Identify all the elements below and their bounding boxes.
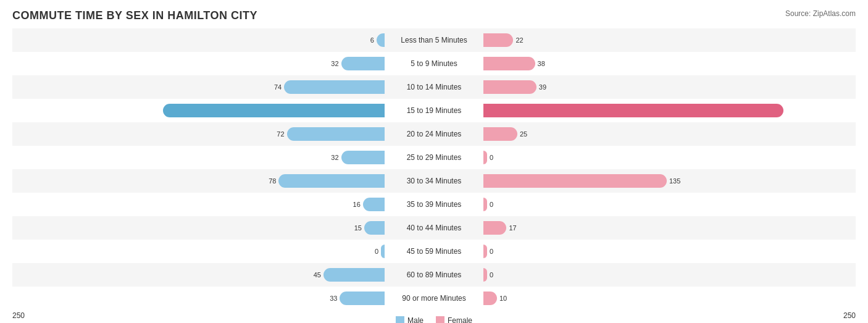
legend-female-label: Female (448, 316, 472, 323)
male-bar-wrap: 16 (12, 198, 385, 211)
male-value: 163 (145, 107, 161, 114)
center-label: 40 to 44 Minutes (385, 224, 483, 232)
male-value: 74 (266, 83, 282, 91)
female-value: 22 (515, 36, 531, 44)
left-half: 16 (12, 198, 385, 211)
left-half: 15 (12, 221, 385, 235)
female-value: 0 (490, 271, 505, 279)
right-half: 10 (483, 292, 856, 305)
male-value: 33 (322, 295, 337, 302)
male-bar-wrap: 32 (12, 151, 385, 164)
table-row: 16 35 to 39 Minutes 0 (12, 193, 856, 216)
right-half: 22 (483, 33, 856, 47)
legend-male-box (396, 316, 404, 323)
female-value: 0 (490, 201, 505, 208)
table-row: 45 60 to 89 Minutes 0 (12, 263, 856, 287)
male-bar (287, 127, 385, 141)
female-value: 39 (539, 83, 554, 91)
female-bar (483, 245, 487, 258)
female-bar (483, 221, 506, 235)
center-label: 20 to 24 Minutes (385, 130, 483, 138)
male-bar-wrap: 45 (12, 268, 385, 282)
table-row: 78 30 to 34 Minutes 135 (12, 169, 856, 193)
male-bar (341, 57, 385, 70)
left-half: 32 (12, 151, 385, 164)
male-bar (363, 198, 385, 211)
female-value: 135 (669, 177, 685, 185)
female-bar-wrap: 25 (483, 127, 856, 141)
right-half: 135 (483, 174, 856, 188)
male-bar-wrap: 72 (12, 127, 385, 141)
right-half: 17 (483, 221, 856, 235)
center-label: 5 to 9 Minutes (385, 59, 483, 68)
female-bar (483, 57, 535, 70)
left-half: 33 (12, 292, 385, 305)
right-half: 25 (483, 127, 856, 141)
female-bar-wrap: 38 (483, 57, 856, 70)
male-value: 32 (323, 60, 339, 67)
male-bar (278, 174, 385, 188)
axis-right: 250 (843, 311, 856, 323)
legend: Male Female (396, 316, 472, 323)
male-value: 0 (363, 248, 378, 255)
source-label: Source: ZipAtlas.com (785, 9, 856, 18)
left-half: 163 (12, 104, 385, 117)
male-bar-wrap: 78 (12, 174, 385, 188)
legend-female-box (436, 316, 444, 323)
female-bar-wrap: 135 (483, 174, 856, 188)
female-bar (483, 104, 783, 117)
male-bar (340, 292, 385, 305)
center-label: 15 to 19 Minutes (385, 106, 483, 115)
chart-container: COMMUTE TIME BY SEX IN HAMILTON CITY Sou… (0, 0, 868, 323)
male-bar-wrap: 15 (12, 221, 385, 235)
chart-title: COMMUTE TIME BY SEX IN HAMILTON CITY (12, 9, 856, 22)
center-label: 35 to 39 Minutes (385, 200, 483, 209)
right-half: 0 (483, 268, 856, 282)
male-bar (284, 80, 385, 94)
center-label: 30 to 34 Minutes (385, 177, 483, 185)
center-label: 10 to 14 Minutes (385, 83, 483, 91)
male-value: 15 (346, 224, 362, 232)
axis-left: 250 (12, 311, 25, 323)
male-value: 16 (345, 201, 361, 208)
female-value: 17 (509, 224, 524, 232)
table-row: 163 15 to 19 Minutes 221 (12, 99, 856, 122)
right-half: 0 (483, 151, 856, 164)
male-bar (381, 245, 385, 258)
right-half: 39 (483, 80, 856, 94)
female-bar-wrap: 10 (483, 292, 856, 305)
male-value: 6 (359, 36, 374, 44)
right-half: 38 (483, 57, 856, 70)
table-row: 33 90 or more Minutes 10 (12, 287, 856, 310)
table-row: 32 25 to 29 Minutes 0 (12, 146, 856, 169)
female-value: 0 (490, 248, 505, 255)
male-bar-wrap: 33 (12, 292, 385, 305)
center-label: 60 to 89 Minutes (385, 271, 483, 279)
male-value: 72 (269, 130, 285, 138)
female-value: 25 (520, 130, 535, 138)
female-bar (483, 127, 517, 141)
table-row: 72 20 to 24 Minutes 25 (12, 122, 856, 146)
left-half: 72 (12, 127, 385, 141)
female-bar-wrap: 17 (483, 221, 856, 235)
male-bar-wrap: 0 (12, 245, 385, 258)
male-bar-wrap: 32 (12, 57, 385, 70)
male-value: 78 (261, 177, 276, 185)
female-bar (483, 292, 497, 305)
right-half: 0 (483, 245, 856, 258)
right-half: 221 (483, 104, 856, 117)
table-row: 15 40 to 44 Minutes 17 (12, 216, 856, 240)
center-label: 45 to 59 Minutes (385, 247, 483, 256)
male-bar (323, 268, 385, 282)
female-bar-wrap: 0 (483, 268, 856, 282)
legend-female: Female (436, 316, 472, 323)
table-row: 74 10 to 14 Minutes 39 (12, 75, 856, 99)
male-bar-wrap: 6 (12, 33, 385, 47)
left-half: 0 (12, 245, 385, 258)
table-row: 32 5 to 9 Minutes 38 (12, 52, 856, 75)
female-bar-wrap: 22 (483, 33, 856, 47)
left-half: 74 (12, 80, 385, 94)
male-bar (364, 221, 385, 235)
center-label: 25 to 29 Minutes (385, 153, 483, 162)
left-half: 32 (12, 57, 385, 70)
